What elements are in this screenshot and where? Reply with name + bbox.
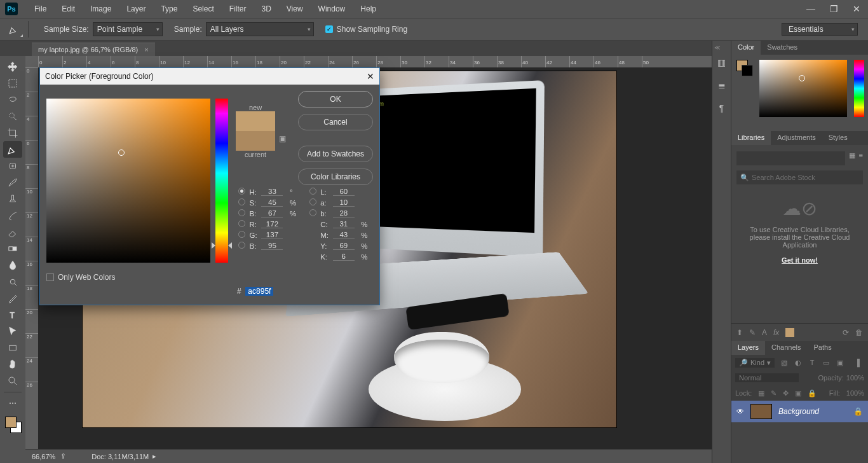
tab-color[interactable]: Color [731, 41, 761, 55]
blend-mode-select[interactable]: Normal [735, 373, 799, 382]
library-select[interactable] [736, 151, 845, 165]
color-panel-hue[interactable] [854, 60, 864, 117]
rectangle-tool[interactable] [3, 340, 22, 356]
value-r[interactable]: 172 [261, 220, 283, 228]
get-it-now-link[interactable]: Get it now! [736, 256, 863, 264]
only-web-colors-checkbox[interactable]: Only Web Colors [46, 273, 115, 282]
menu-edit[interactable]: Edit [54, 0, 83, 18]
quick-select-tool[interactable] [3, 108, 22, 125]
filter-smart-icon[interactable]: ▣ [836, 359, 844, 367]
radio-l[interactable] [309, 188, 316, 195]
value-s[interactable]: 45 [261, 198, 283, 207]
lib-trash-icon[interactable]: 🗑 [855, 328, 863, 337]
window-close-icon[interactable]: ✕ [845, 0, 868, 18]
stamp-tool[interactable] [3, 191, 22, 207]
value-b2[interactable]: 28 [333, 209, 355, 218]
radio-h[interactable] [238, 188, 245, 195]
tab-paths[interactable]: Paths [808, 341, 838, 355]
radio-a[interactable] [309, 198, 316, 205]
menu-select[interactable]: Select [185, 0, 221, 18]
properties-panel-icon[interactable]: ≣ [715, 79, 728, 92]
foreground-swatch[interactable] [5, 417, 17, 428]
lock-position-icon[interactable]: ✥ [783, 389, 789, 397]
history-panel-icon[interactable]: ▥ [715, 56, 728, 69]
menu-type[interactable]: Type [153, 0, 185, 18]
visibility-icon[interactable]: 👁 [736, 407, 744, 416]
brush-tool[interactable] [3, 174, 22, 191]
tab-channels[interactable]: Channels [765, 341, 807, 355]
gradient-tool[interactable] [3, 240, 22, 257]
lock-paint-icon[interactable]: ✎ [771, 389, 776, 397]
close-tab-icon[interactable]: × [144, 46, 148, 53]
cube-3d-icon[interactable]: ▣ [279, 134, 288, 143]
radio-g[interactable] [238, 231, 245, 238]
value-h[interactable]: 33 [261, 188, 283, 196]
menu-window[interactable]: Window [311, 0, 353, 18]
tab-adjustments[interactable]: Adjustments [771, 131, 822, 145]
radio-b[interactable] [238, 209, 245, 216]
tab-layers[interactable]: Layers [731, 341, 765, 355]
filter-type-icon[interactable]: T [808, 359, 817, 366]
filter-adjust-icon[interactable]: ◐ [794, 359, 803, 367]
color-panel-field[interactable] [759, 60, 847, 117]
cancel-button[interactable]: Cancel [298, 114, 373, 130]
show-sampling-ring-checkbox[interactable]: ✓ [325, 25, 333, 33]
healing-tool[interactable] [3, 158, 22, 174]
lib-upload-icon[interactable]: ⬆ [736, 328, 743, 337]
new-current-swatch[interactable] [236, 111, 275, 151]
value-bl[interactable]: 95 [261, 242, 283, 250]
radio-r[interactable] [238, 220, 245, 227]
menu-view[interactable]: View [279, 0, 311, 18]
sample-select[interactable]: All Layers [206, 22, 314, 36]
layer-lock-icon[interactable]: 🔒 [853, 407, 863, 416]
status-doc-size[interactable]: Doc: 3,11M/3,11M [92, 453, 149, 460]
layer-row-background[interactable]: 👁 Background 🔒 [731, 401, 868, 422]
menu-filter[interactable]: Filter [222, 0, 254, 18]
sv-field[interactable] [46, 99, 210, 263]
tab-swatches[interactable]: Swatches [761, 41, 804, 55]
move-tool[interactable] [3, 59, 22, 75]
character-panel-icon[interactable]: ¶ [715, 102, 728, 114]
lib-a-icon[interactable]: A [762, 328, 767, 337]
collapse-right-dock-icon[interactable]: ≪ [710, 43, 723, 52]
dialog-titlebar[interactable]: Color Picker (Foreground Color) ✕ [40, 68, 379, 85]
window-minimize-icon[interactable]: — [799, 0, 822, 18]
window-restore-icon[interactable]: ❐ [822, 0, 845, 18]
value-a[interactable]: 10 [333, 198, 355, 207]
lasso-tool[interactable] [3, 92, 22, 108]
menu-3d[interactable]: 3D [254, 0, 278, 18]
eraser-tool[interactable] [3, 224, 22, 240]
lock-all-icon[interactable]: 🔒 [808, 389, 817, 397]
lock-pixels-icon[interactable]: ▦ [758, 389, 764, 397]
list-view-icon[interactable]: ≡ [859, 151, 863, 170]
value-c[interactable]: 31 [333, 220, 355, 228]
add-to-swatches-button[interactable]: Add to Swatches [298, 146, 373, 162]
value-y[interactable]: 69 [333, 242, 355, 250]
current-tool-icon[interactable] [4, 20, 24, 38]
status-zoom[interactable]: 66,67% [32, 453, 55, 460]
layer-filter-select[interactable]: 🔎 Kind ▾ [735, 358, 775, 368]
fill-value[interactable]: 100% [846, 389, 864, 397]
eyedropper-tool[interactable] [3, 141, 22, 158]
tab-libraries[interactable]: Libraries [731, 131, 771, 145]
type-tool[interactable]: T [3, 307, 22, 323]
grid-view-icon[interactable]: ▦ [849, 151, 855, 170]
ok-button[interactable]: OK [298, 91, 373, 107]
radio-b2[interactable] [309, 209, 316, 216]
filter-toggle-icon[interactable]: ▌ [855, 359, 864, 366]
value-g[interactable]: 137 [261, 231, 283, 239]
document-tab[interactable]: my laptop.jpg @ 66,7% (RGB/8) × [32, 43, 155, 56]
lib-brush-icon[interactable]: ✎ [749, 328, 756, 337]
menu-image[interactable]: Image [83, 0, 119, 18]
lib-fx-icon[interactable]: fx [773, 328, 779, 337]
color-libraries-button[interactable]: Color Libraries [298, 169, 373, 185]
color-panel-swatches[interactable] [736, 60, 752, 75]
lib-swatch-icon[interactable] [785, 328, 794, 337]
hand-tool[interactable] [3, 356, 22, 373]
search-stock-input[interactable]: Search Adobe Stock [736, 170, 863, 184]
dialog-close-icon[interactable]: ✕ [367, 71, 374, 81]
value-m[interactable]: 43 [333, 231, 355, 239]
value-b[interactable]: 67 [261, 209, 283, 218]
radio-s[interactable] [238, 198, 245, 205]
menu-layer[interactable]: Layer [119, 0, 153, 18]
